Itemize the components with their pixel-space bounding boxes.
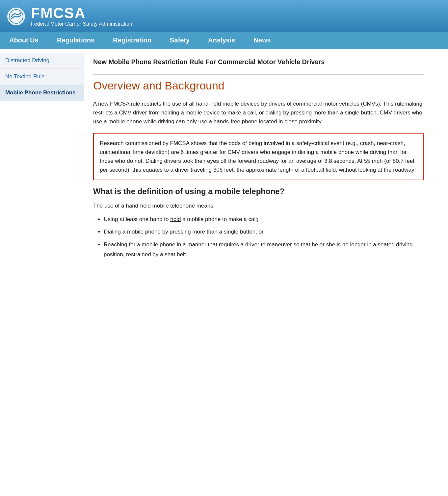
list-item-underline: Dialing xyxy=(104,229,121,235)
divider xyxy=(93,74,424,75)
content-list: Using at least one hand to hold a mobile… xyxy=(104,214,424,260)
nav-item-regulations[interactable]: Regulations xyxy=(48,32,104,49)
logo-subtitle: Federal Motor Carrier Safety Administrat… xyxy=(31,21,132,27)
site-header: FMCSA Federal Motor Carrier Safety Admin… xyxy=(0,0,448,32)
list-item: Dialing a mobile phone by pressing more … xyxy=(104,227,424,237)
fmcsa-logo-icon xyxy=(7,7,26,26)
list-item: Reaching for a mobile phone in a manner … xyxy=(104,240,424,260)
nav-item-safety[interactable]: Safety xyxy=(161,32,199,49)
nav-item-about-us[interactable]: About Us xyxy=(0,32,48,49)
main-content: New Mobile Phone Restriction Rule For Co… xyxy=(84,49,433,276)
sub-heading: What is the definition of using a mobile… xyxy=(93,187,424,196)
nav-item-registration[interactable]: Registration xyxy=(104,32,161,49)
highlighted-text: Research commissioned by FMCSA shows tha… xyxy=(100,139,417,175)
list-item: Using at least one hand to hold a mobile… xyxy=(104,214,424,225)
highlighted-box: Research commissioned by FMCSA shows tha… xyxy=(93,133,424,181)
list-intro: The use of a hand-held mobile telephone … xyxy=(93,201,424,210)
sidebar-item-no-texting-rule[interactable]: No Texting Rule xyxy=(0,69,84,85)
sidebar: Distracted DrivingNo Texting RuleMobile … xyxy=(0,49,84,101)
nav-item-analysis[interactable]: Analysis xyxy=(199,32,244,49)
page-title: New Mobile Phone Restriction Rule For Co… xyxy=(93,57,424,66)
body-paragraph-1: A new FMCSA rule restricts the use of al… xyxy=(93,99,424,126)
nav-item-news[interactable]: News xyxy=(244,32,280,49)
logo-text: FMCSA Federal Motor Carrier Safety Admin… xyxy=(31,6,132,27)
sidebar-item-mobile-phone-restrictions[interactable]: Mobile Phone Restrictions xyxy=(0,85,84,101)
logo-title: FMCSA xyxy=(31,6,132,20)
main-navbar: About UsRegulationsRegistrationSafetyAna… xyxy=(0,32,448,49)
section-heading: Overview and Background xyxy=(93,79,424,92)
main-layout: Distracted DrivingNo Texting RuleMobile … xyxy=(0,49,448,444)
sidebar-item-distracted-driving[interactable]: Distracted Driving xyxy=(0,53,84,69)
list-item-underline: hold xyxy=(170,216,181,222)
list-item-underline: Reaching xyxy=(104,241,129,248)
